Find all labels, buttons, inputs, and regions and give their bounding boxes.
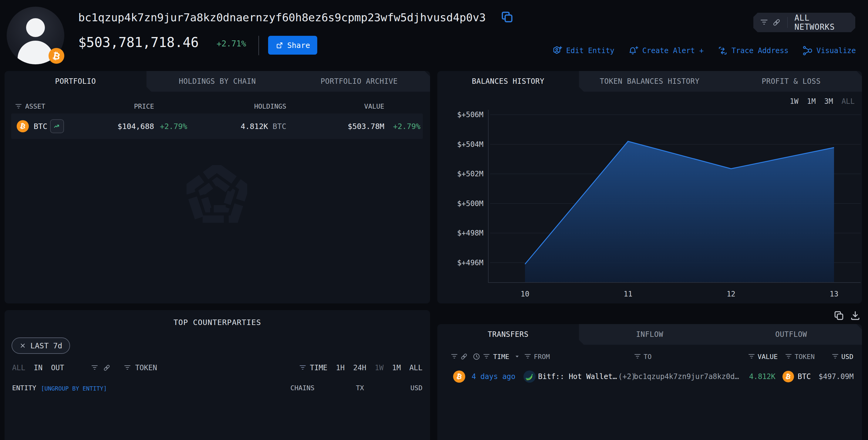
range-1m[interactable]: 1M [392,363,401,372]
transfers-tabbar: TRANSFERS INFLOW OUTFLOW [437,324,862,345]
tab-balances-history[interactable]: BALANCES HISTORY [437,71,579,92]
tab-portfolio[interactable]: PORTFOLIO [5,71,147,92]
create-alert-button[interactable]: Create Alert + [628,46,704,56]
svg-text:$+500M: $+500M [457,199,484,208]
last-7d-filter-chip[interactable]: LAST 7d [11,338,70,354]
col-time[interactable]: TIME [493,353,509,360]
filter-all[interactable]: ALL [12,363,25,372]
col-price: PRICE [134,102,154,110]
asset-name: BTC [34,122,47,131]
svg-text:$+506M: $+506M [457,111,484,119]
close-icon[interactable] [20,342,26,349]
balances-history-panel: BALANCES HISTORY TOKEN BALANCES HISTORY … [437,71,862,303]
network-selector-label: ALL NETWORKS [794,13,848,32]
col-chains: CHAINS [290,384,314,392]
balance-change: +2.71% [217,39,246,48]
from-entity-link[interactable]: Bitf:: Hot Wallet… [538,372,617,381]
filter-icon[interactable] [832,353,839,360]
svg-text:$+502M: $+502M [457,170,484,178]
filter-icon[interactable] [483,353,490,360]
chevron-down-icon[interactable] [514,353,521,360]
transfers-toolbar [833,310,861,321]
filter-icon[interactable] [748,353,755,360]
usd-value: $497.09M [818,372,854,381]
trend-up-icon [53,122,61,130]
filter-in[interactable]: IN [34,363,42,372]
tab-transfers[interactable]: TRANSFERS [437,324,579,345]
svg-text:$+504M: $+504M [457,140,484,149]
filter-icon[interactable] [124,364,131,372]
holdings-amount: 4.812K [241,122,268,131]
network-graph-icon [803,46,813,56]
filter-icon[interactable] [451,353,458,360]
clock-icon[interactable] [472,353,480,360]
person-icon [26,18,45,37]
filter-icon[interactable] [785,353,792,360]
col-from[interactable]: FROM [534,353,550,360]
filter-icon[interactable] [299,364,306,372]
btc-coin-icon: ₿ [17,120,29,132]
edit-entity-button[interactable]: Edit Entity [552,46,615,56]
trace-address-button[interactable]: Trace Address [718,46,788,56]
portfolio-row-btc[interactable]: ₿ BTC $104,688 +2.79% 4.812K BTC $503.78… [11,114,423,139]
range-1h[interactable]: 1H [336,363,345,372]
tab-outflow[interactable]: OUTFLOW [720,324,862,345]
btc-badge-icon: ₿ [49,48,64,64]
value-change: +2.79% [393,122,420,131]
top-counterparties-panel: TOP COUNTERPARTIES LAST 7d ALL IN OUT TO… [5,310,430,440]
portfolio-tabbar: PORTFOLIO HOLDINGS BY CHAIN PORTFOLIO AR… [5,71,430,92]
external-link-icon [275,41,284,50]
transfer-row[interactable]: ₿ 4 days ago Bitf:: Hot Wallet… (+2) bc1… [437,363,862,390]
network-selector[interactable]: ALL NETWORKS [753,13,855,32]
token-filter-label[interactable]: TOKEN [135,363,157,372]
filter-icon[interactable] [524,353,531,360]
bell-plus-icon [628,46,639,56]
transfer-time-link[interactable]: 4 days ago [472,372,516,381]
filter-icon[interactable] [91,364,98,372]
time-filter-label[interactable]: TIME [310,363,328,372]
holdings-unit: BTC [273,122,286,131]
filter-icon[interactable] [15,103,22,110]
share-button[interactable]: Share [268,36,317,55]
tab-token-balances-history[interactable]: TOKEN BALANCES HISTORY [579,71,721,92]
price-value: $104,688 [118,122,154,131]
to-address-link[interactable]: bc1qzup4k7zn9jur7a8kz0d… [634,372,739,381]
tab-inflow[interactable]: INFLOW [579,324,721,345]
tab-profit-loss[interactable]: PROFIT & LOSS [720,71,862,92]
copy-table-icon[interactable] [833,310,844,321]
address-title: bc1qzup4k7zn9jur7a8kz0dnaernzyf60h8ez6s9… [78,11,486,24]
range-all[interactable]: ALL [409,363,423,372]
arkham-watermark-logo [187,165,247,223]
download-icon[interactable] [850,310,861,321]
hexagon-user-plus-icon [552,46,563,56]
divider [258,36,259,55]
portfolio-table-header: ASSET PRICE HOLDINGS VALUE [5,102,430,115]
from-extra-count: (+2) [618,372,636,381]
svg-text:$+496M: $+496M [457,259,484,267]
col-usd[interactable]: USD [841,353,854,360]
chain-link-icon[interactable] [460,353,468,360]
filter-out[interactable]: OUT [51,363,64,372]
svg-text:10: 10 [521,290,530,298]
transfers-panel: TRANSFERS INFLOW OUTFLOW TIME FROM TO VA… [437,324,862,440]
chain-link-icon [772,18,781,27]
col-value[interactable]: VALUE [757,353,778,360]
range-1w[interactable]: 1W [375,363,384,372]
col-token[interactable]: TOKEN [795,353,815,360]
tab-portfolio-archive[interactable]: PORTFOLIO ARCHIVE [288,71,430,92]
visualize-button[interactable]: Visualize [803,46,856,56]
ungroup-by-entity-link[interactable]: [UNGROUP BY ENTITY] [41,385,107,392]
chain-link-icon[interactable] [103,364,111,372]
svg-text:12: 12 [727,290,736,298]
holdings-value: $503.78M [348,122,384,131]
range-24h[interactable]: 24H [353,363,366,372]
col-asset: ASSET [25,102,45,110]
price-chart-button[interactable] [50,119,64,133]
filter-icon[interactable] [634,353,641,360]
tab-holdings-by-chain[interactable]: HOLDINGS BY CHAIN [147,71,288,92]
divider [787,17,788,28]
copy-address-icon[interactable] [500,10,514,24]
price-change: +2.79% [160,122,187,131]
col-to[interactable]: TO [644,353,652,360]
balances-area-chart[interactable]: $+506M$+504M$+502M$+500M$+498M$+496M1011… [437,71,862,303]
